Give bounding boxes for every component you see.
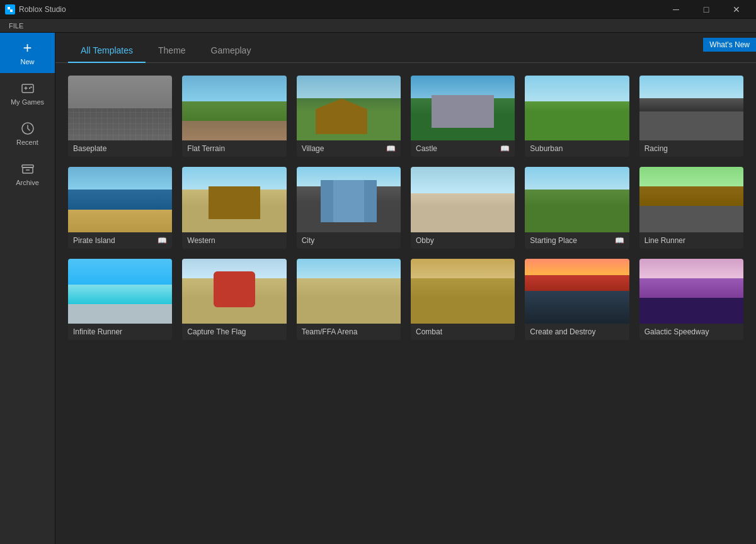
template-thumb-capture-the-flag bbox=[182, 259, 286, 324]
title-bar-left: Roblox Studio bbox=[5, 4, 66, 14]
sidebar-item-my-games[interactable]: My Games bbox=[0, 73, 55, 113]
template-label-text-combat: Combat bbox=[416, 327, 442, 336]
template-label-text-city: City bbox=[302, 236, 315, 245]
template-card-western[interactable]: Western bbox=[182, 167, 286, 248]
template-label-galactic-speedway: Galactic Speedway bbox=[639, 324, 743, 340]
sidebar-item-new-label: New bbox=[20, 58, 34, 65]
sidebar-item-recent[interactable]: Recent bbox=[0, 113, 55, 154]
title-bar: Roblox Studio ─ □ ✕ bbox=[0, 0, 756, 19]
tab-theme[interactable]: Theme bbox=[146, 39, 198, 63]
template-label-western: Western bbox=[182, 232, 286, 249]
template-card-suburban[interactable]: Suburban bbox=[525, 76, 629, 157]
app-title: Roblox Studio bbox=[19, 5, 66, 14]
svg-point-4 bbox=[28, 88, 30, 89]
template-card-line-runner[interactable]: Line Runner bbox=[639, 167, 743, 248]
tabs-bar: All Templates Theme Gameplay bbox=[55, 33, 756, 63]
book-icon-village: 📖 bbox=[386, 144, 396, 153]
book-icon-castle: 📖 bbox=[500, 144, 510, 153]
template-card-capture-the-flag[interactable]: Capture The Flag bbox=[182, 259, 286, 340]
template-thumb-line-runner bbox=[639, 167, 743, 232]
template-thumb-flat-terrain bbox=[182, 76, 286, 140]
template-label-text-racing: Racing bbox=[644, 144, 668, 153]
template-thumb-city bbox=[297, 167, 401, 232]
template-label-capture-the-flag: Capture The Flag bbox=[182, 324, 286, 340]
sidebar-item-archive[interactable]: Archive bbox=[0, 154, 55, 194]
template-thumb-racing bbox=[639, 76, 743, 140]
svg-rect-3 bbox=[22, 84, 33, 93]
template-card-starting-place[interactable]: Starting Place📖 bbox=[525, 167, 629, 248]
template-thumb-castle bbox=[411, 76, 515, 140]
template-label-text-suburban: Suburban bbox=[530, 144, 563, 153]
menu-bar: FILE What's New bbox=[0, 19, 756, 33]
template-thumb-team-ffa-arena bbox=[297, 259, 401, 324]
tab-all-templates[interactable]: All Templates bbox=[68, 39, 146, 63]
template-thumb-western bbox=[182, 167, 286, 232]
template-card-galactic-speedway[interactable]: Galactic Speedway bbox=[639, 259, 743, 340]
title-bar-controls: ─ □ ✕ bbox=[662, 0, 751, 19]
template-card-team-ffa-arena[interactable]: Team/FFA Arena bbox=[297, 259, 401, 340]
sidebar-item-my-games-label: My Games bbox=[11, 98, 44, 106]
template-label-line-runner: Line Runner bbox=[639, 232, 743, 249]
template-card-city[interactable]: City bbox=[297, 167, 401, 248]
template-card-obby[interactable]: Obby bbox=[411, 167, 515, 248]
app-body: + New My Games Recent bbox=[0, 33, 756, 544]
games-icon bbox=[20, 81, 35, 96]
template-thumb-create-and-destroy bbox=[525, 259, 629, 324]
template-label-castle: Castle📖 bbox=[411, 140, 515, 157]
template-card-village[interactable]: Village📖 bbox=[297, 76, 401, 157]
svg-point-5 bbox=[30, 86, 32, 88]
svg-rect-1 bbox=[8, 7, 10, 9]
template-label-team-ffa-arena: Team/FFA Arena bbox=[297, 324, 401, 340]
template-label-text-create-and-destroy: Create and Destroy bbox=[530, 327, 595, 336]
template-label-racing: Racing bbox=[639, 140, 743, 157]
file-menu[interactable]: FILE bbox=[5, 22, 27, 30]
template-thumb-starting-place bbox=[525, 167, 629, 232]
template-label-suburban: Suburban bbox=[525, 140, 629, 157]
sidebar-item-archive-label: Archive bbox=[16, 179, 39, 186]
template-card-baseplate[interactable]: Baseplate bbox=[68, 76, 172, 157]
template-thumb-village bbox=[297, 76, 401, 140]
template-thumb-obby bbox=[411, 167, 515, 232]
app-logo bbox=[5, 4, 15, 14]
template-label-text-flat-terrain: Flat Terrain bbox=[187, 144, 225, 153]
template-card-create-and-destroy[interactable]: Create and Destroy bbox=[525, 259, 629, 340]
sidebar-item-recent-label: Recent bbox=[16, 139, 38, 146]
template-label-text-pirate-island: Pirate Island bbox=[73, 236, 115, 245]
template-label-combat: Combat bbox=[411, 324, 515, 340]
template-card-infinite-runner[interactable]: Infinite Runner bbox=[68, 259, 172, 340]
template-label-starting-place: Starting Place📖 bbox=[525, 232, 629, 249]
template-label-baseplate: Baseplate bbox=[68, 140, 172, 157]
close-button[interactable]: ✕ bbox=[722, 0, 751, 19]
template-thumb-infinite-runner bbox=[68, 259, 172, 324]
template-label-text-line-runner: Line Runner bbox=[644, 236, 685, 245]
clock-icon bbox=[20, 121, 35, 136]
sidebar-item-new[interactable]: + New bbox=[0, 33, 55, 73]
template-card-pirate-island[interactable]: Pirate Island📖 bbox=[68, 167, 172, 248]
template-thumb-baseplate bbox=[68, 76, 172, 140]
plus-icon: + bbox=[20, 40, 35, 55]
template-label-text-galactic-speedway: Galactic Speedway bbox=[644, 327, 709, 336]
sidebar: + New My Games Recent bbox=[0, 33, 55, 544]
template-label-pirate-island: Pirate Island📖 bbox=[68, 232, 172, 249]
minimize-button[interactable]: ─ bbox=[662, 0, 690, 19]
template-card-flat-terrain[interactable]: Flat Terrain bbox=[182, 76, 286, 157]
template-thumb-galactic-speedway bbox=[639, 259, 743, 324]
tab-gameplay[interactable]: Gameplay bbox=[198, 39, 264, 63]
template-label-text-infinite-runner: Infinite Runner bbox=[73, 327, 122, 336]
template-label-text-team-ffa-arena: Team/FFA Arena bbox=[302, 327, 358, 336]
svg-rect-2 bbox=[10, 9, 13, 12]
template-label-village: Village📖 bbox=[297, 140, 401, 157]
archive-icon bbox=[20, 161, 35, 176]
template-card-racing[interactable]: Racing bbox=[639, 76, 743, 157]
template-card-combat[interactable]: Combat bbox=[411, 259, 515, 340]
main-content: All Templates Theme Gameplay BaseplateFl… bbox=[55, 33, 756, 544]
template-label-text-baseplate: Baseplate bbox=[73, 144, 106, 153]
template-label-city: City bbox=[297, 232, 401, 249]
maximize-button[interactable]: □ bbox=[692, 0, 721, 19]
template-label-infinite-runner: Infinite Runner bbox=[68, 324, 172, 340]
template-label-flat-terrain: Flat Terrain bbox=[182, 140, 286, 157]
whats-new-button[interactable]: What's New bbox=[703, 38, 756, 52]
template-label-text-village: Village bbox=[302, 144, 324, 153]
template-card-castle[interactable]: Castle📖 bbox=[411, 76, 515, 157]
template-thumb-pirate-island bbox=[68, 167, 172, 232]
